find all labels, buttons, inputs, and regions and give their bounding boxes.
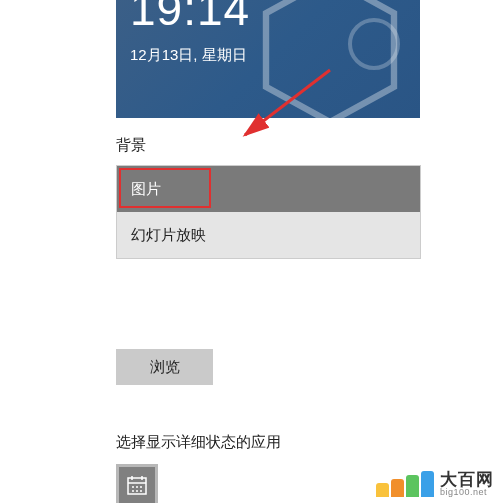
svg-point-10 [140, 486, 142, 488]
detailed-status-label: 选择显示详细状态的应用 [116, 433, 420, 452]
svg-point-11 [132, 490, 134, 492]
watermark-en: big100.net [440, 488, 494, 497]
svg-point-13 [140, 490, 142, 492]
svg-point-12 [136, 490, 138, 492]
watermark-cn: 大百网 [440, 471, 494, 488]
browse-button[interactable]: 浏览 [116, 349, 213, 385]
logo-bar [376, 483, 389, 497]
preview-date: 12月13日, 星期日 [130, 46, 247, 65]
logo-bar [406, 475, 419, 497]
option-label: 幻灯片放映 [131, 226, 206, 245]
dropdown-option-picture[interactable]: 图片 [117, 166, 420, 212]
watermark: 大百网 big100.net [376, 471, 494, 497]
background-label: 背景 [116, 136, 420, 155]
watermark-text: 大百网 big100.net [440, 471, 494, 497]
lock-screen-preview: 19:14 12月13日, 星期日 [116, 0, 420, 118]
watermark-logo [376, 471, 434, 497]
preview-deco-circle [348, 18, 400, 70]
dropdown-option-slideshow[interactable]: 幻灯片放映 [117, 212, 420, 258]
svg-point-9 [136, 486, 138, 488]
logo-bar [421, 471, 434, 497]
calendar-icon [125, 473, 149, 497]
svg-point-8 [132, 486, 134, 488]
detailed-status-app-tile[interactable] [116, 464, 158, 503]
option-label: 图片 [131, 180, 161, 199]
preview-time: 19:14 [130, 0, 250, 36]
logo-bar [391, 479, 404, 497]
background-dropdown[interactable]: 图片 幻灯片放映 [116, 165, 421, 259]
